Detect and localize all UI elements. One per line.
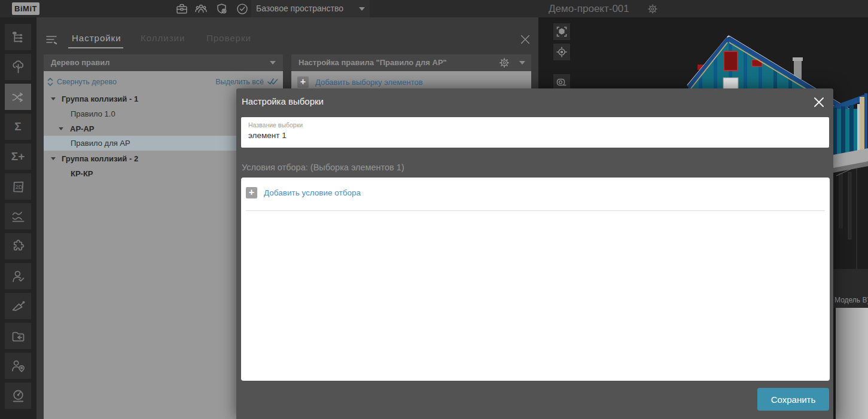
selection-settings-modal: Настройка выборки Название выборки Услов… <box>236 88 833 419</box>
chevron-down-icon[interactable] <box>51 97 56 100</box>
model-tree-icon[interactable] <box>5 54 31 80</box>
add-condition-link[interactable]: Добавить условие отбора <box>264 188 361 197</box>
rule-header-label: Настройка правила "Правило для АР" <box>299 58 447 67</box>
model-label-strip: Модель В) <box>833 269 868 308</box>
divider <box>246 210 825 211</box>
selection-name-label: Название выборки <box>248 121 303 129</box>
conditions-panel: + Добавить условие отбора <box>241 178 830 381</box>
select-all-link[interactable]: Выделить всё <box>215 78 264 86</box>
collapse-tree-icon <box>46 77 54 88</box>
plugins-icon[interactable] <box>5 233 31 259</box>
tree-item-label: Правило 1.0 <box>44 109 115 118</box>
add-selection-plus-icon[interactable]: + <box>297 77 309 88</box>
chevron-down-icon <box>270 61 276 65</box>
tab-checks[interactable]: Проверки <box>206 33 251 43</box>
selection-name-field[interactable]: Название выборки <box>241 117 829 148</box>
tree-item-label: КР-КР <box>44 169 93 178</box>
tab-collisions[interactable]: Коллизии <box>141 33 185 43</box>
rule-gear-icon[interactable] <box>498 56 511 69</box>
left-toolbar: Σ Σ+ 2D <box>0 17 36 419</box>
tab-settings[interactable]: Настройки <box>72 33 121 43</box>
panel-close-icon[interactable] <box>519 33 532 46</box>
chevron-down-icon[interactable] <box>59 127 63 130</box>
sum-icon[interactable]: Σ <box>5 114 31 140</box>
user-check-icon[interactable] <box>5 263 31 289</box>
chevron-down-icon[interactable] <box>51 157 56 160</box>
project-settings-gear-icon[interactable] <box>646 2 659 16</box>
conditions-title: Условия отбора: (Выборка элементов 1) <box>242 163 404 172</box>
fit-to-view-icon[interactable] <box>553 23 570 40</box>
rules-tree-icon[interactable] <box>5 24 31 50</box>
modal-close-icon[interactable] <box>812 96 826 109</box>
selection-name-input[interactable] <box>248 131 811 140</box>
team-icon[interactable] <box>194 2 208 16</box>
tree-utility-row: Свернуть дерево Выделить всё <box>44 76 283 89</box>
construction-icon[interactable] <box>5 293 31 319</box>
collisions-icon[interactable] <box>5 84 31 110</box>
tree-header-label: Дерево правил <box>51 58 109 67</box>
tree-item-label: АР-АР <box>44 124 94 133</box>
shield-user-icon[interactable] <box>215 2 229 16</box>
active-tab-underline <box>68 47 123 48</box>
panel-menu-icon[interactable] <box>45 33 59 46</box>
charts-icon[interactable] <box>5 203 31 230</box>
tree-item-label: Группа коллизий - 1 <box>44 94 138 103</box>
project-title: Демо-проект-001 <box>549 0 629 17</box>
export-folder-icon[interactable] <box>5 323 31 349</box>
projects-icon[interactable] <box>175 2 189 16</box>
double-check-icon <box>267 78 278 87</box>
chevron-down-icon <box>519 61 525 65</box>
tree-section-header[interactable]: Дерево правил <box>44 54 283 71</box>
tree-item-label: Правило для АР <box>44 139 130 148</box>
user-location-icon[interactable] <box>5 353 31 379</box>
collapse-tree-link[interactable]: Свернуть дерево <box>57 78 117 86</box>
chevron-down-icon <box>359 7 365 11</box>
rule-settings-header[interactable]: Настройка правила "Правило для АР" <box>291 54 531 71</box>
tree-item-label: Группа коллизий - 2 <box>44 154 138 163</box>
save-button[interactable]: Сохранить <box>757 388 829 411</box>
2d-view-icon[interactable]: 2D <box>5 173 31 200</box>
modal-title: Настройка выборки <box>242 88 324 115</box>
sum-plus-icon[interactable]: Σ+ <box>5 143 31 170</box>
focus-target-icon[interactable] <box>553 44 570 60</box>
check-circle-icon[interactable] <box>235 2 249 16</box>
side-panel-fragment <box>836 308 868 419</box>
workspace-label: Базовое пространство <box>256 0 343 17</box>
svg-text:2D: 2D <box>15 183 22 190</box>
add-condition-plus-icon[interactable]: + <box>246 187 257 198</box>
app-root: BiMiT Базовое пространство Демо-проект-0… <box>0 0 868 419</box>
model-label: Модель В) <box>835 296 868 304</box>
top-bar: BiMiT Базовое пространство Демо-проект-0… <box>0 0 868 17</box>
bimit-logo: BiMiT <box>12 2 39 15</box>
workspace-selector[interactable]: Базовое пространство <box>251 0 370 17</box>
add-selection-link[interactable]: Добавить выборку элементов <box>315 78 423 87</box>
dashboard-icon[interactable] <box>5 383 31 409</box>
